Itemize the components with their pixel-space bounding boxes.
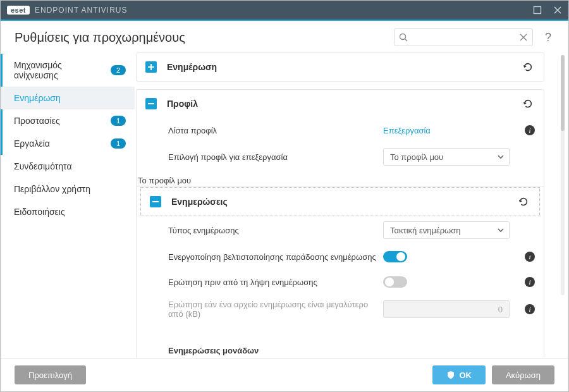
- sidebar-item-update[interactable]: Ενημέρωση: [1, 87, 135, 109]
- info-icon[interactable]: i: [525, 252, 535, 262]
- sidebar-item-label: Προστασίες: [14, 116, 107, 126]
- subsection-updates: Ενημερώσεις Τύπος ενημέρωσης Τακτική ενη…: [137, 187, 544, 358]
- profile-select[interactable]: Το προφίλ μου: [383, 148, 510, 166]
- row-profile-list: Λίστα προφίλ Επεξεργασία i: [137, 118, 544, 143]
- section-title: Προφίλ: [167, 99, 521, 109]
- product-name: ENDPOINT ANTIVIRUS: [35, 6, 127, 15]
- cancel-button[interactable]: Ακύρωση: [492, 365, 554, 384]
- row-module-updates-header: Ενημερώσεις μονάδων: [137, 338, 544, 358]
- help-button[interactable]: ?: [542, 31, 554, 44]
- sidebar-item-label: Συνδεσιμότητα: [14, 161, 126, 171]
- badge: 1: [111, 138, 126, 149]
- size-threshold-input: 0: [383, 300, 510, 318]
- sidebar-item-label: Μηχανισμός ανίχνευσης: [14, 60, 107, 80]
- chevron-down-icon: [496, 152, 505, 161]
- profile-subheader: Το προφίλ μου: [137, 171, 544, 187]
- row-profile-select: Επιλογή προφίλ για επεξεργασία Το προφίλ…: [137, 143, 544, 171]
- window-controls: [533, 6, 562, 15]
- sidebar-item-protections[interactable]: Προστασίες 1: [1, 109, 135, 132]
- delivery-optimization-toggle[interactable]: [383, 251, 407, 262]
- badge: 1: [111, 116, 126, 126]
- brand-badge: eset: [7, 6, 30, 15]
- sidebar-item-label: Ειδοποιήσεις: [14, 207, 126, 217]
- scrollbar[interactable]: [561, 55, 565, 295]
- row-label: Επιλογή προφίλ για επεξεργασία: [168, 152, 377, 162]
- ok-label: OK: [459, 371, 472, 380]
- edit-link[interactable]: Επεξεργασία: [383, 126, 510, 135]
- sidebar-item-connectivity[interactable]: Συνδεσιμότητα: [1, 155, 135, 178]
- info-icon[interactable]: i: [525, 277, 535, 287]
- sidebar-item-notifications[interactable]: Ειδοποιήσεις: [1, 200, 135, 223]
- info-icon[interactable]: i: [525, 125, 535, 135]
- svg-point-3: [400, 34, 406, 40]
- sidebar: Μηχανισμός ανίχνευσης 2 Ενημέρωση Προστα…: [1, 52, 135, 358]
- row-label: Ενημερώσεις μονάδων: [168, 346, 377, 355]
- ok-button[interactable]: OK: [432, 365, 486, 384]
- ask-before-download-toggle[interactable]: [383, 276, 407, 288]
- header: Ρυθμίσεις για προχωρημένους ?: [1, 21, 568, 52]
- search-input[interactable]: [394, 28, 533, 46]
- row-label: Τύπος ενημέρωσης: [168, 226, 377, 235]
- collapse-icon[interactable]: [145, 98, 157, 109]
- revert-icon[interactable]: [521, 97, 535, 111]
- search-icon: [398, 32, 408, 42]
- sidebar-item-label: Ενημέρωση: [14, 93, 126, 103]
- app-window: eset ENDPOINT ANTIVIRUS Ρυθμίσεις για πρ…: [0, 0, 569, 392]
- select-value: Το προφίλ μου: [390, 152, 443, 162]
- shield-icon: [446, 371, 455, 379]
- chevron-down-icon: [496, 226, 505, 235]
- section-profile: Προφίλ Λίστα προφίλ Επεξεργασία i Επι: [136, 89, 544, 358]
- row-ask-before-download: Ερώτηση πριν από τη λήψη ενημέρωσης i: [137, 269, 544, 295]
- svg-line-4: [405, 39, 408, 42]
- clear-search-icon[interactable]: [518, 32, 529, 42]
- maximize-icon[interactable]: [533, 6, 542, 15]
- sidebar-item-detection-engine[interactable]: Μηχανισμός ανίχνευσης 2: [1, 54, 135, 87]
- close-icon[interactable]: [553, 6, 562, 15]
- section-header[interactable]: Ενημέρωση: [137, 53, 544, 81]
- section-update: Ενημέρωση: [136, 52, 544, 82]
- sidebar-item-label: Περιβάλλον χρήστη: [14, 184, 126, 194]
- update-type-select[interactable]: Τακτική ενημέρωση: [383, 221, 510, 239]
- default-button[interactable]: Προεπιλογή: [15, 365, 86, 384]
- row-update-type: Τύπος ενημέρωσης Τακτική ενημέρωση: [137, 216, 544, 244]
- expand-icon[interactable]: [145, 61, 157, 73]
- sidebar-item-label: Εργαλεία: [14, 138, 107, 149]
- svg-rect-0: [534, 7, 541, 14]
- select-value: Τακτική ενημέρωση: [390, 226, 461, 235]
- badge: 2: [111, 65, 126, 75]
- revert-icon[interactable]: [517, 195, 530, 209]
- scrollbar-thumb[interactable]: [561, 55, 565, 131]
- size-value: 0: [498, 305, 503, 314]
- content: Ενημέρωση Προφίλ: [136, 52, 554, 358]
- sidebar-item-ui[interactable]: Περιβάλλον χρήστη: [1, 178, 135, 200]
- body: Μηχανισμός ανίχνευσης 2 Ενημέρωση Προστα…: [1, 52, 568, 358]
- row-label: Ερώτηση πριν από τη λήψη ενημέρωσης: [168, 278, 377, 287]
- revert-icon[interactable]: [521, 60, 535, 74]
- row-size-threshold: Ερώτηση εάν ένα αρχείο ενημέρωσης είναι …: [137, 295, 544, 324]
- sidebar-item-tools[interactable]: Εργαλεία 1: [1, 132, 135, 155]
- row-delivery-optimization: Ενεργοποίηση βελτιστοποίησης παράδοσης ε…: [137, 244, 544, 269]
- row-label: Ερώτηση εάν ένα αρχείο ενημέρωσης είναι …: [168, 300, 377, 319]
- collapse-icon[interactable]: [150, 196, 161, 207]
- row-label: Ενεργοποίηση βελτιστοποίησης παράδοσης ε…: [168, 252, 377, 262]
- section-title: Ενημερώσεις: [171, 197, 517, 207]
- main-panel: Ενημέρωση Προφίλ: [135, 52, 568, 358]
- row-label: Λίστα προφίλ: [168, 126, 377, 135]
- footer: Προεπιλογή OK Ακύρωση: [1, 358, 568, 391]
- section-title: Ενημέρωση: [167, 62, 521, 72]
- page-title: Ρυθμίσεις για προχωρημένους: [15, 30, 385, 45]
- search-field[interactable]: [412, 32, 516, 43]
- info-icon[interactable]: i: [525, 304, 535, 314]
- subsection-header[interactable]: Ενημερώσεις: [140, 187, 540, 216]
- titlebar: eset ENDPOINT ANTIVIRUS: [1, 1, 568, 20]
- section-header[interactable]: Προφίλ: [137, 90, 544, 118]
